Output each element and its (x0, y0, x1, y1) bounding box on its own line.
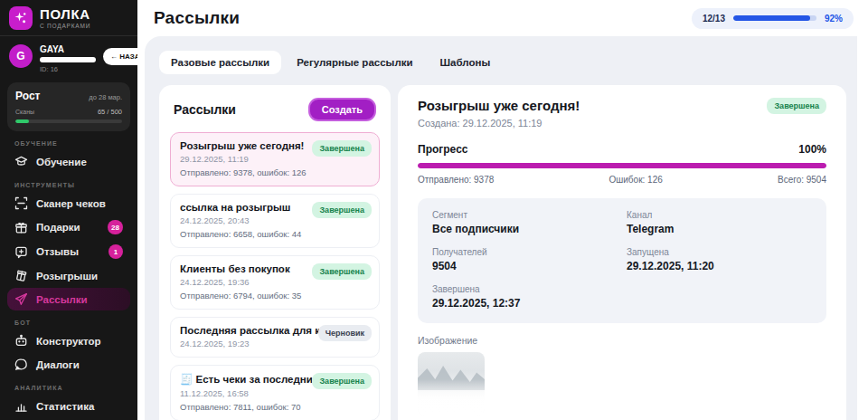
username-redacted (40, 57, 96, 62)
sidebar-item-label: Диалоги (36, 359, 80, 370)
sidebar-item-stats[interactable]: Статистика (7, 395, 130, 417)
create-button[interactable]: Создать (308, 98, 376, 121)
info-value: Telegram (627, 223, 812, 235)
progress-sent: Отправлено: 9378 (418, 175, 494, 185)
mailing-list-item[interactable]: Последняя рассылка для клиенто…24.12.202… (170, 317, 380, 358)
status-badge: Завершена (312, 373, 372, 389)
plan-card: Рост до 28 мар. Сканы 65 / 500 (7, 82, 130, 131)
info-value: 29.12.2025, 12:37 (432, 297, 618, 310)
info-cell: СегментВсе подписчики (432, 210, 618, 235)
paper-plane-icon (14, 292, 28, 306)
feedback-icon (14, 245, 28, 259)
info-value: 29.12.2025, 11:20 (627, 260, 812, 272)
chat-icon (14, 358, 28, 371)
user-card: G GAYA ID: 16 ← НАЗАД (0, 36, 137, 81)
mailing-item-stats: Отправлено: 7811, ошибок: 70 (180, 402, 370, 412)
quota-progress-track (733, 15, 816, 21)
sidebar-item-label: Обучение (36, 157, 87, 167)
app-root: ПОЛКА С ПОДАРКАМИ G GAYA ID: 16 ← НАЗАД … (0, 0, 868, 420)
quota-progress-fill (733, 15, 810, 21)
stats-icon (14, 399, 28, 413)
progress-percent: 100% (798, 143, 826, 156)
plan-title: Рост (15, 90, 40, 102)
sidebar-item-label: Подарки (36, 222, 80, 233)
sidebar-item-robot[interactable]: Конструктор (7, 329, 130, 352)
sidebar-item-label: Сканер чеков (36, 198, 106, 209)
mailing-list-item[interactable]: ссылка на розыгрыш24.12.2025, 20:43Отпра… (170, 194, 380, 248)
info-cell: Завершена29.12.2025, 12:37 (432, 284, 618, 310)
detail-created: Создана: 29.12.2025, 11:19 (418, 118, 580, 129)
sidebar-item-paper-plane[interactable]: Рассылки (7, 288, 130, 310)
quota-pill: 12/13 92% (692, 8, 854, 29)
sparkle-icon (9, 6, 33, 30)
quota-count: 12/13 (703, 14, 725, 24)
topbar: Рассылки 12/13 92% (137, 0, 868, 36)
mailing-list-item[interactable]: Розыгрыш уже сегодня!29.12.2025, 11:19От… (170, 132, 380, 186)
detail-status-badge: Завершена (767, 98, 826, 114)
progress-total: Всего: 9504 (778, 175, 826, 185)
status-badge: Завершена (312, 263, 372, 280)
nav-section-label: АНАЛИТИКА (14, 385, 123, 391)
image-label: Изображение (418, 335, 826, 346)
plan-scans-label: Сканы (15, 109, 34, 115)
avatar: G (9, 44, 33, 68)
detail-title: Розыгрыш уже сегодня! (418, 98, 580, 113)
info-label: Получателей (432, 247, 618, 257)
sidebar-item-gift[interactable]: Подарки28 (7, 215, 130, 239)
nav-section-label: БОТ (14, 320, 123, 326)
back-button[interactable]: ← НАЗАД (103, 48, 137, 65)
sidebar: ПОЛКА С ПОДАРКАМИ G GAYA ID: 16 ← НАЗАД … (0, 0, 137, 420)
scanner-icon (14, 196, 28, 210)
status-badge: Завершена (312, 202, 372, 218)
sidebar-item-graduation[interactable]: Обучение (7, 150, 130, 173)
content-panel: Разовые рассылкиРегулярные рассылкиШабло… (145, 36, 857, 420)
mailing-item-stats: Отправлено: 6794, ошибок: 35 (180, 291, 370, 301)
page-title: Рассылки (154, 8, 240, 28)
sidebar-item-label: Отзывы (36, 246, 79, 257)
message-image-thumbnail[interactable] (418, 352, 485, 415)
graduation-icon (14, 155, 28, 168)
info-grid: СегментВсе подписчикиКаналTelegramПолуча… (418, 198, 826, 323)
tab-active[interactable]: Разовые рассылки (159, 51, 281, 74)
detail-progress-track (418, 163, 826, 168)
tab-row: Разовые рассылкиРегулярные рассылкиШабло… (159, 51, 846, 74)
status-badge: Черновик (318, 325, 372, 341)
info-label: Канал (627, 210, 812, 220)
mailing-item-date: 11.12.2025, 16:58 (180, 388, 370, 398)
progress-errors: Ошибок: 126 (609, 175, 662, 185)
info-label: Сегмент (432, 210, 618, 220)
plan-scans-value: 65 / 500 (98, 108, 122, 116)
status-badge: Завершена (312, 140, 372, 157)
sidebar-item-raffle[interactable]: Розыгрыши (7, 264, 130, 287)
info-cell: Получателей9504 (432, 247, 618, 272)
plan-progress-fill (15, 119, 29, 123)
sidebar-item-feedback[interactable]: Отзывы1 (7, 240, 130, 263)
notification-badge: 28 (108, 220, 123, 234)
mailings-list-card: Рассылки Создать Розыгрыш уже сегодня!29… (159, 85, 391, 420)
nav-section-label: ОБУЧЕНИЕ (14, 140, 123, 147)
info-cell: КаналTelegram (627, 210, 812, 235)
fog-image-art (418, 379, 485, 415)
detail-progress-fill (418, 163, 826, 168)
mailing-item-stats: Отправлено: 6658, ошибок: 44 (180, 229, 370, 239)
mailing-detail-card: Розыгрыш уже сегодня! Создана: 29.12.202… (398, 85, 846, 420)
tab-inactive[interactable]: Регулярные рассылки (285, 51, 424, 74)
brand-tagline: С ПОДАРКАМИ (40, 23, 90, 29)
sidebar-item-scanner[interactable]: Сканер чеков (7, 192, 130, 215)
sidebar-item-chat[interactable]: Диалоги (7, 353, 130, 376)
sidebar-item-label: Конструктор (36, 336, 101, 347)
raffle-icon (14, 269, 28, 282)
info-label: Запущена (627, 247, 812, 257)
gift-icon (14, 221, 28, 234)
tab-inactive[interactable]: Шаблоны (429, 51, 503, 74)
notification-badge: 1 (108, 244, 123, 259)
progress-label: Прогресс (418, 143, 467, 156)
plan-deadline: до 28 мар. (89, 93, 122, 101)
mailing-list-item[interactable]: Клиенты без покупок24.12.2025, 19:36Отпр… (170, 255, 380, 310)
sidebar-item-label: Розыгрыши (36, 271, 98, 282)
sidebar-item-label: Рассылки (36, 294, 88, 305)
user-id: ID: 16 (40, 65, 96, 73)
mailing-list-item[interactable]: 🧾 Есть чеки за последние 3 меся…11.12.20… (170, 365, 380, 420)
main-area: Рассылки 12/13 92% Разовые рассылкиРегул… (137, 0, 868, 420)
info-cell: Запущена29.12.2025, 11:20 (627, 247, 812, 272)
